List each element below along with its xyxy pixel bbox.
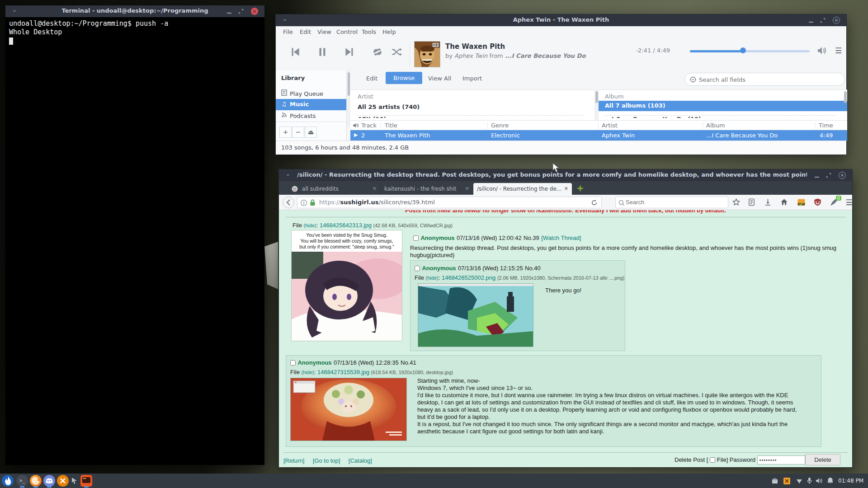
library-search-input[interactable]	[699, 76, 831, 83]
menu-edit[interactable]: Edit	[300, 28, 311, 35]
post-number[interactable]: No.39	[524, 235, 539, 241]
cursor-app-icon[interactable]	[71, 477, 78, 484]
album-art[interactable]	[414, 41, 440, 67]
go-to-top-link[interactable]: [Go to top]	[313, 457, 340, 464]
col-artist[interactable]: Artist	[602, 122, 618, 129]
firefox-icon[interactable]	[30, 475, 42, 487]
tray-update-icon[interactable]	[783, 477, 791, 485]
post-checkbox[interactable]	[415, 266, 420, 271]
tray-notifications-icon[interactable]	[827, 477, 834, 484]
window-menu-icon[interactable]: ⌄	[285, 170, 291, 177]
post-checkbox[interactable]	[290, 360, 296, 366]
tab-browse[interactable]: Browse	[386, 72, 422, 84]
sidebar-scrollbar[interactable]	[348, 72, 350, 96]
tab-close-icon[interactable]: ✕	[465, 186, 469, 192]
tray-microphone-icon[interactable]	[806, 477, 813, 484]
tab-kaitensushi[interactable]: kaitensushi - the fresh shit ✕	[381, 183, 473, 195]
menu-view[interactable]: View	[317, 28, 331, 35]
stylish-extension-icon[interactable]	[797, 198, 807, 207]
back-button[interactable]	[283, 197, 294, 208]
album-all-row[interactable]: All 7 albums (103)	[605, 102, 665, 109]
menu-help[interactable]: Help	[382, 28, 396, 35]
orange-terminal-app-icon[interactable]	[80, 475, 92, 487]
eject-button[interactable]: ⏏	[305, 127, 317, 138]
hide-link[interactable]: (hide)	[302, 370, 314, 375]
delete-password-input[interactable]	[757, 455, 805, 465]
screenshot-extension-icon[interactable]: 0	[830, 198, 840, 207]
now-playing-artist[interactable]: Aphex Twin	[454, 52, 487, 59]
track-row[interactable]: ▶ 2 The Waxen Pith Electronic Aphex Twin…	[350, 130, 847, 141]
artist-partial-row[interactable]: AFX (10)	[358, 115, 584, 118]
col-title[interactable]: Title	[385, 122, 397, 129]
file-link[interactable]: 1468425642313.jpg	[320, 222, 372, 229]
repeat-button[interactable]	[372, 46, 383, 58]
tab-import[interactable]: Import	[462, 75, 482, 82]
new-tab-button[interactable]: +	[576, 183, 584, 193]
browser-titlebar[interactable]: ⌄ /silicon/ - Resurrecting the desktop t…	[279, 169, 852, 181]
op-image-thumbnail[interactable]: You've been visted by the Snug Smug. You…	[291, 230, 402, 341]
add-playlist-button[interactable]: +	[279, 127, 292, 138]
tab-edit[interactable]: Edit	[366, 75, 377, 82]
shuffle-button[interactable]	[391, 46, 402, 58]
hide-link[interactable]: (hide)	[304, 223, 316, 228]
post-number[interactable]: No.41	[401, 359, 416, 366]
tray-volume-icon[interactable]	[816, 477, 823, 484]
player-menu-icon[interactable]: ☰	[835, 46, 842, 55]
tab-close-icon[interactable]: ✕	[373, 186, 377, 192]
previous-button[interactable]	[289, 46, 301, 58]
file-link[interactable]: 1468427315539.jpg	[317, 369, 369, 375]
downloads-icon[interactable]	[764, 198, 774, 207]
hide-link[interactable]: (hide)	[426, 275, 439, 281]
search-input[interactable]	[626, 199, 716, 206]
col-time[interactable]: Time	[819, 122, 833, 129]
maximize-button[interactable]	[825, 172, 832, 179]
tray-network-icon[interactable]	[796, 477, 803, 484]
menu-control[interactable]: Control	[336, 28, 358, 35]
bookmark-star-icon[interactable]	[732, 198, 742, 207]
reading-list-icon[interactable]	[747, 198, 757, 207]
close-button[interactable]	[839, 172, 846, 179]
album-pane-scrollbar[interactable]	[844, 91, 847, 103]
watch-thread-link[interactable]: [Watch Thread]	[541, 235, 581, 241]
tab-silicon-active[interactable]: /silicon/ - Resurrecting the de... ✕	[473, 183, 572, 195]
minimize-button[interactable]	[807, 17, 815, 24]
reload-icon[interactable]	[591, 199, 598, 206]
post-checkbox[interactable]	[413, 235, 419, 241]
next-button[interactable]	[344, 46, 355, 58]
url-bar[interactable]: https://sushigirl.us/silicon/res/39.html	[297, 197, 602, 208]
tab-close-icon[interactable]: ✕	[564, 186, 568, 192]
album-pane-header[interactable]: Album	[605, 93, 624, 100]
taskbar-clock[interactable]: 01:48 PM	[838, 478, 863, 484]
catalog-link[interactable]: [Catalog]	[349, 457, 372, 464]
library-search-field[interactable]	[684, 73, 845, 86]
app-menu-icon[interactable]	[2, 475, 14, 487]
sidebar-item-podcasts[interactable]: Podcasts	[276, 110, 346, 122]
discord-icon[interactable]	[43, 475, 55, 487]
minimize-button[interactable]	[813, 172, 821, 179]
maximize-button[interactable]	[819, 17, 826, 24]
minimize-button[interactable]	[226, 8, 233, 15]
terminal-output[interactable]: undoall@desktop:~/Programming$ puush -a …	[5, 17, 264, 465]
player-titlebar[interactable]: ⌄ Aphex Twin - The Waxen Pith	[276, 14, 846, 26]
orange-x-app-icon[interactable]	[57, 475, 69, 487]
seek-handle[interactable]	[740, 47, 746, 53]
reply-image-thumbnail[interactable]	[418, 283, 533, 347]
home-icon[interactable]	[780, 198, 790, 207]
artist-pane-scrollbar[interactable]	[595, 91, 598, 103]
delete-button[interactable]: Delete	[805, 454, 840, 465]
volume-icon[interactable]	[816, 45, 827, 56]
reply-image-thumbnail[interactable]	[290, 378, 407, 441]
tray-package-icon[interactable]	[771, 477, 778, 484]
ublock-icon[interactable]	[813, 198, 823, 207]
close-button[interactable]	[833, 17, 840, 24]
browser-menu-icon[interactable]: ☰	[844, 198, 854, 207]
close-button[interactable]	[251, 8, 258, 15]
menu-tools[interactable]: Tools	[362, 28, 376, 35]
col-album[interactable]: Album	[706, 122, 725, 129]
album-partial-row[interactable]: ...I Care Because You Do (12)	[605, 115, 835, 118]
search-bar[interactable]	[615, 197, 728, 208]
file-only-checkbox[interactable]	[710, 457, 715, 463]
now-playing-album[interactable]: ...I Care Because You Do	[505, 52, 585, 59]
tab-view-all[interactable]: View All	[428, 75, 451, 82]
terminal-titlebar[interactable]: ⌄ Terminal - undoall@desktop:~/Programmi…	[5, 5, 264, 17]
